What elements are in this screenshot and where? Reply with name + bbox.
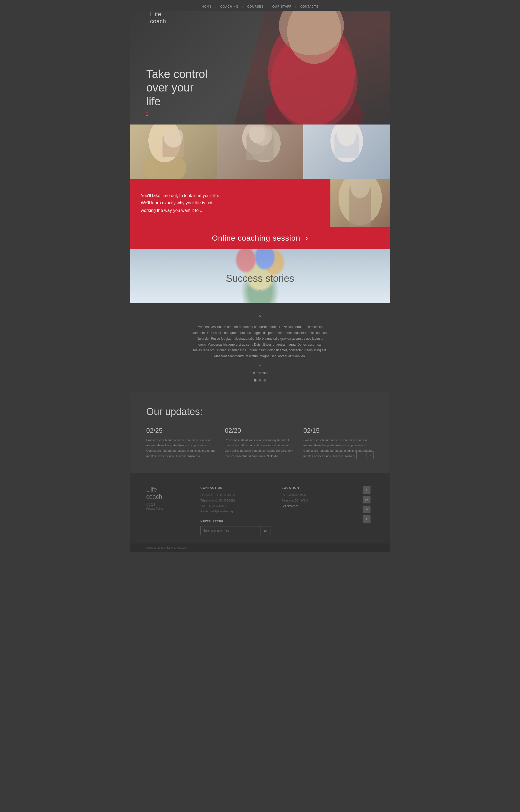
nav-sep-4: / — [295, 5, 296, 8]
footer-contact: CONTACT US Freephone: +1 800 559 6566 Te… — [201, 486, 271, 535]
updates-section: Our updates: 02/25 Praesent vestibulum a… — [130, 392, 390, 473]
quote-image — [331, 179, 390, 227]
testimonial-text: Praesent vestibulum aenean nonummy hendr… — [192, 324, 328, 359]
hero-section: Take control over your life — [130, 11, 390, 124]
social-facebook-icon[interactable]: f — [363, 486, 370, 494]
updates-next-button[interactable]: › — [366, 451, 374, 459]
hero-content: Take control over your life — [130, 67, 207, 124]
updates-grid: 02/25 Praesent vestibulum aenean nonummy… — [146, 427, 374, 459]
newsletter-submit-button[interactable]: ✉ — [261, 527, 270, 535]
newsletter-form: ✉ — [201, 526, 271, 535]
success-chevron-icon[interactable]: ⌄ — [226, 286, 294, 292]
cta-link[interactable]: Online coaching session › — [212, 234, 308, 242]
footer-directions-link[interactable]: Get directions... — [282, 505, 301, 507]
hero-figure — [260, 11, 363, 124]
hero-title: Take control over your life — [146, 67, 207, 108]
success-section: Success stories ⌄ — [130, 249, 390, 303]
photo-strip — [130, 124, 390, 179]
footer-newsletter: NEWSLETTER ✉ — [201, 520, 271, 535]
photo-2-couple — [246, 127, 274, 160]
footer-copyright: © 2013 — [146, 503, 189, 506]
cta-arrow-icon: › — [305, 234, 308, 242]
cta-label: Online coaching session — [212, 234, 301, 242]
photo-1 — [130, 124, 217, 179]
footer-contact-title: CONTACT US — [201, 486, 271, 489]
update-date-1: 02/25 — [146, 427, 217, 435]
testimonial-dot-3[interactable] — [263, 379, 266, 382]
social-googleplus-icon[interactable]: g+ — [363, 496, 370, 503]
testimonial-dot-2[interactable] — [259, 379, 261, 382]
photo-3-person — [335, 129, 359, 158]
close-quote-mark: ” — [146, 364, 374, 370]
main-nav: HOME / COACHING / COURSES / OUR STAFF / … — [130, 0, 390, 11]
site-footer: L|ife coach © 2013 Privacy Policy CONTAC… — [130, 473, 390, 543]
newsletter-email-input[interactable] — [201, 527, 261, 535]
footer-logo-text: L|ife coach — [146, 486, 189, 501]
logo-text: L|ife coach — [150, 11, 166, 25]
testimonial-dot-1[interactable] — [254, 379, 257, 382]
footer-newsletter-title: NEWSLETTER — [201, 520, 271, 523]
quote-stones — [349, 181, 371, 227]
nav-coaching[interactable]: COACHING — [220, 5, 238, 8]
footer-url: www.partageachristiancollege.com — [146, 546, 188, 549]
footer-location-title: LOCATION — [282, 486, 352, 489]
success-title: Success stories — [226, 273, 294, 284]
quote-image-inner — [331, 179, 390, 227]
updates-prev-button[interactable]: ‹ — [357, 451, 364, 459]
site-header: HOME / COACHING / COURSES / OUR STAFF / … — [130, 0, 390, 124]
footer-address: 3501 Marmara Road Pleasane, O04 9VGN Get… — [282, 493, 352, 509]
quote-text: You'll take time out, to look in at your… — [141, 192, 222, 214]
footer-social: f g+ in t — [363, 486, 374, 523]
photo-3 — [303, 124, 390, 179]
testimonial-author: Rita Nelson — [146, 371, 374, 375]
footer-logo: L|ife coach © 2013 Privacy Policy — [146, 486, 189, 510]
update-text-1: Praesent vestibulum aenean nonummy hendr… — [146, 438, 217, 459]
update-item-3: 02/15 Praesent vestibulum aenean nonummy… — [303, 427, 374, 459]
quote-text-area: You'll take time out, to look in at your… — [130, 179, 331, 227]
quote-section: You'll take time out, to look in at your… — [130, 179, 390, 227]
footer-contact-details: Freephone: +1 800 559 6566 Telephone: +1… — [201, 493, 271, 514]
footer-bottom: www.partageachristiancollege.com — [130, 543, 390, 552]
cta-section: Online coaching session › — [130, 227, 390, 249]
footer-location: LOCATION 3501 Marmara Road Pleasane, O04… — [282, 486, 352, 509]
photo-1-inner — [130, 124, 217, 179]
update-date-3: 02/15 — [303, 427, 374, 435]
nav-sep-1: / — [215, 5, 216, 8]
social-linkedin-icon[interactable]: in — [363, 506, 370, 513]
nav-home[interactable]: HOME — [202, 5, 211, 8]
updates-nav: ‹ › — [357, 451, 374, 459]
photo-3-inner — [303, 124, 390, 179]
nav-staff[interactable]: OUR STAFF — [272, 5, 292, 8]
update-item-1: 02/25 Praesent vestibulum aenean nonummy… — [146, 427, 217, 459]
photo-1-person — [162, 130, 184, 157]
photo-2-inner — [217, 124, 303, 179]
social-twitter-icon[interactable]: t — [363, 515, 370, 523]
testimonial-section: “ Praesent vestibulum aenean nonummy hen… — [130, 303, 390, 392]
footer-privacy-link[interactable]: Privacy Policy — [146, 507, 189, 510]
photo-2 — [217, 124, 303, 179]
nav-sep-2: / — [242, 5, 243, 8]
updates-title: Our updates: — [146, 406, 374, 417]
main-content: You'll take time out, to look in at your… — [130, 124, 390, 473]
update-text-2: Praesent vestibulum aenean nonummy hendr… — [225, 438, 295, 459]
success-title-overlay: Success stories ⌄ — [226, 273, 294, 292]
nav-sep-3: / — [267, 5, 269, 8]
open-quote-mark: “ — [146, 314, 374, 321]
logo: L|ife coach — [146, 11, 166, 25]
logo-line-accent — [147, 9, 147, 20]
nav-courses[interactable]: COURSES — [247, 5, 263, 8]
update-date-2: 02/20 — [225, 427, 295, 435]
nav-contacts[interactable]: CONTACTS — [300, 5, 318, 8]
testimonial-dots — [146, 379, 374, 382]
update-item-2: 02/20 Praesent vestibulum aenean nonummy… — [225, 427, 295, 459]
